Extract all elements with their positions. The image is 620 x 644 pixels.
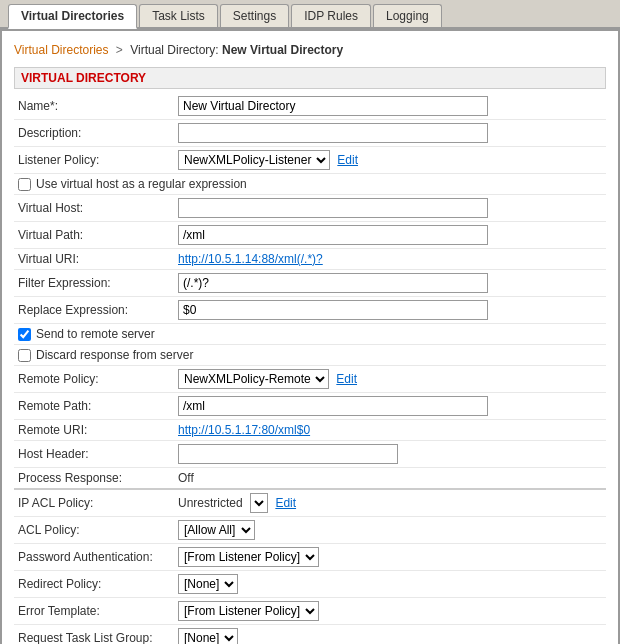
password-auth-select[interactable]: [From Listener Policy]	[178, 547, 319, 567]
send-to-remote-checkbox[interactable]	[18, 328, 31, 341]
listener-policy-edit-link[interactable]: Edit	[337, 153, 358, 167]
row-description: Description:	[14, 120, 606, 147]
tabs-bar: Virtual Directories Task Lists Settings …	[0, 0, 620, 29]
row-request-task: Request Task List Group: [None]	[14, 625, 606, 645]
discard-response-checkbox[interactable]	[18, 349, 31, 362]
redirect-policy-label: Redirect Policy:	[14, 571, 174, 598]
process-response-label: Process Response:	[14, 468, 174, 490]
remote-uri-value[interactable]: http://10.5.1.17:80/xml$0	[178, 423, 310, 437]
row-use-virtual-host: Use virtual host as a regular expression	[14, 174, 606, 195]
remote-policy-edit-link[interactable]: Edit	[336, 372, 357, 386]
name-input[interactable]	[178, 96, 488, 116]
tab-logging[interactable]: Logging	[373, 4, 442, 27]
row-filter-expression: Filter Expression:	[14, 270, 606, 297]
breadcrumb-separator: >	[116, 43, 123, 57]
virtual-host-label: Virtual Host:	[14, 195, 174, 222]
ip-acl-policy-label: IP ACL Policy:	[14, 489, 174, 517]
row-replace-expression: Replace Expression:	[14, 297, 606, 324]
error-template-label: Error Template:	[14, 598, 174, 625]
remote-path-label: Remote Path:	[14, 393, 174, 420]
virtual-uri-label: Virtual URI:	[14, 249, 174, 270]
row-error-template: Error Template: [From Listener Policy]	[14, 598, 606, 625]
remote-uri-label: Remote URI:	[14, 420, 174, 441]
error-template-select[interactable]: [From Listener Policy]	[178, 601, 319, 621]
discard-response-label: Discard response from server	[36, 348, 193, 362]
redirect-policy-select[interactable]: [None]	[178, 574, 238, 594]
row-remote-path: Remote Path:	[14, 393, 606, 420]
ip-acl-policy-select[interactable]: ▼	[250, 493, 268, 513]
remote-policy-label: Remote Policy:	[14, 366, 174, 393]
use-virtual-host-checkbox[interactable]	[18, 178, 31, 191]
acl-policy-label: ACL Policy:	[14, 517, 174, 544]
content-area: Virtual Directories > Virtual Directory:…	[0, 29, 620, 644]
tab-settings[interactable]: Settings	[220, 4, 289, 27]
row-ip-acl-policy: IP ACL Policy: Unrestricted ▼ Edit	[14, 489, 606, 517]
name-label: Name*:	[14, 93, 174, 120]
replace-expression-label: Replace Expression:	[14, 297, 174, 324]
use-virtual-host-label: Use virtual host as a regular expression	[36, 177, 247, 191]
virtual-path-label: Virtual Path:	[14, 222, 174, 249]
form-table: Name*: Description: Listener Policy: New…	[14, 93, 606, 174]
listener-policy-label: Listener Policy:	[14, 147, 174, 174]
host-header-input[interactable]	[178, 444, 398, 464]
form-table-3: Remote Policy: NewXMLPolicy-Remote Edit …	[14, 366, 606, 644]
row-password-auth: Password Authentication: [From Listener …	[14, 544, 606, 571]
breadcrumb-current: New Virtual Directory	[222, 43, 343, 57]
process-response-value: Off	[178, 471, 194, 485]
row-discard-response: Discard response from server	[14, 345, 606, 366]
tab-idp-rules[interactable]: IDP Rules	[291, 4, 371, 27]
description-label: Description:	[14, 120, 174, 147]
form-table-2: Virtual Host: Virtual Path: Virtual URI:…	[14, 195, 606, 324]
virtual-host-input[interactable]	[178, 198, 488, 218]
row-virtual-uri: Virtual URI: http://10.5.1.14:88/xml(/.*…	[14, 249, 606, 270]
row-virtual-path: Virtual Path:	[14, 222, 606, 249]
breadcrumb: Virtual Directories > Virtual Directory:…	[14, 43, 606, 57]
remote-policy-select[interactable]: NewXMLPolicy-Remote	[178, 369, 329, 389]
tab-virtual-directories[interactable]: Virtual Directories	[8, 4, 137, 29]
breadcrumb-prefix: Virtual Directory:	[130, 43, 218, 57]
row-listener-policy: Listener Policy: NewXMLPolicy-Listener E…	[14, 147, 606, 174]
listener-policy-select[interactable]: NewXMLPolicy-Listener	[178, 150, 330, 170]
row-name: Name*:	[14, 93, 606, 120]
filter-expression-label: Filter Expression:	[14, 270, 174, 297]
row-virtual-host: Virtual Host:	[14, 195, 606, 222]
ip-acl-policy-edit-link[interactable]: Edit	[275, 496, 296, 510]
row-redirect-policy: Redirect Policy: [None]	[14, 571, 606, 598]
row-remote-policy: Remote Policy: NewXMLPolicy-Remote Edit	[14, 366, 606, 393]
request-task-select[interactable]: [None]	[178, 628, 238, 644]
row-remote-uri: Remote URI: http://10.5.1.17:80/xml$0	[14, 420, 606, 441]
ip-acl-policy-value: Unrestricted	[178, 496, 243, 510]
row-acl-policy: ACL Policy: [Allow All]	[14, 517, 606, 544]
acl-policy-select[interactable]: [Allow All]	[178, 520, 255, 540]
tab-task-lists[interactable]: Task Lists	[139, 4, 218, 27]
row-host-header: Host Header:	[14, 441, 606, 468]
filter-expression-input[interactable]	[178, 273, 488, 293]
row-send-to-remote: Send to remote server	[14, 324, 606, 345]
host-header-label: Host Header:	[14, 441, 174, 468]
replace-expression-input[interactable]	[178, 300, 488, 320]
section-header: VIRTUAL DIRECTORY	[14, 67, 606, 89]
virtual-path-input[interactable]	[178, 225, 488, 245]
request-task-label: Request Task List Group:	[14, 625, 174, 645]
description-input[interactable]	[178, 123, 488, 143]
password-auth-label: Password Authentication:	[14, 544, 174, 571]
breadcrumb-parent-link[interactable]: Virtual Directories	[14, 43, 108, 57]
row-process-response: Process Response: Off	[14, 468, 606, 490]
virtual-uri-value[interactable]: http://10.5.1.14:88/xml(/.*)?	[178, 252, 323, 266]
remote-path-input[interactable]	[178, 396, 488, 416]
send-to-remote-label: Send to remote server	[36, 327, 155, 341]
